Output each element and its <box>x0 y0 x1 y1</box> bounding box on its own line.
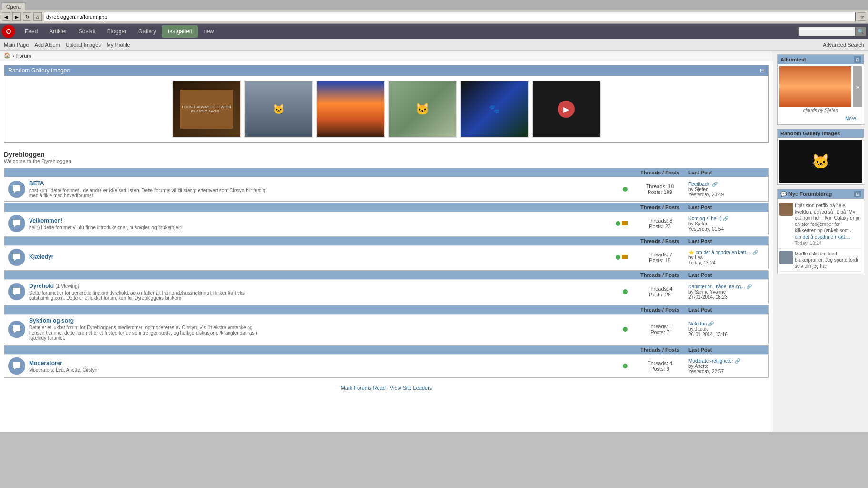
forum-lastpost-velkommen: Kom og si hei :) 🔗 by Sjefen Yesterday, … <box>688 216 765 232</box>
posts-count-beta: Posts: 189 <box>631 189 688 195</box>
sidebar-next-button[interactable]: » <box>853 66 862 107</box>
forum-stats-dyrehold: Threads: 4 Posts: 26 <box>631 286 688 297</box>
sidebar-more-link[interactable]: More... <box>845 116 860 121</box>
forum-name-moderatorer[interactable]: Moderatorer <box>29 360 62 366</box>
opera-logo: O <box>2 25 15 38</box>
sidebar-albumtest-caption: clouds by Sjefen <box>779 107 862 114</box>
new-post-item-1: I går stod netflix på hele kvelden, og j… <box>779 201 862 249</box>
last-post-icon-kjaledyr: ⭐ <box>688 250 694 255</box>
bookmark-button[interactable]: ☆ <box>858 12 866 21</box>
gallery-thumb-5[interactable]: 🐾 <box>460 81 529 138</box>
main-content: 🏠 › Forum Random Gallery Images ⊟ I DON'… <box>0 51 773 432</box>
sub-nav-main-page[interactable]: Main Page <box>4 42 29 48</box>
forward-button[interactable]: ▶ <box>12 12 21 21</box>
breadcrumb-separator: › <box>12 53 14 59</box>
search-input[interactable] <box>798 27 856 36</box>
nav-blogger[interactable]: Blogger <box>101 25 132 38</box>
forum-section-moderatorer: Threads / Posts Last Post Moderatorer Mo… <box>4 345 769 378</box>
forum-stats-sykdom: Threads: 1 Posts: 7 <box>631 324 688 335</box>
last-post-header5: Last Post <box>688 307 765 313</box>
nav-sosialt[interactable]: Sosialt <box>73 25 101 38</box>
forum-name-beta[interactable]: BETA <box>29 180 44 187</box>
forum-row-sykdom: Sykdom og sorg Dette er et lukket forum … <box>4 314 768 344</box>
last-post-time-kjaledyr: Today, 13:24 <box>688 260 716 265</box>
gallery-thumb-2[interactable]: 🐱 <box>244 81 313 138</box>
nav-gallery[interactable]: Gallery <box>132 25 162 38</box>
forum-lastpost-sykdom: Nefertan 🔗 by Jaquie 26-01-2014, 13:16 <box>688 321 765 337</box>
forum-row-dyrehold: Dyrehold (1 Viewing) Dette forumet er fo… <box>4 279 768 304</box>
last-post-title-moderatorer[interactable]: Moderator-rettigheter <box>688 358 733 364</box>
address-bar[interactable] <box>44 12 856 21</box>
threads-posts-header4: Threads / Posts <box>631 272 688 278</box>
status-envelope-kjaledyr <box>622 255 628 259</box>
forum-icon-sykdom <box>8 321 25 338</box>
view-site-leaders-link[interactable]: View Site Leaders <box>390 385 432 391</box>
gallery-thumb-4[interactable]: 🐱 <box>388 81 457 138</box>
forum-icon-velkommen <box>8 215 25 232</box>
forum-name-kjaledyr[interactable]: Kjæledyr <box>29 254 53 260</box>
forum-status-kjaledyr <box>616 255 628 260</box>
sidebar-albumtest-image[interactable] <box>779 66 851 107</box>
sidebar-nye-forumbidrag-header: 💬 Nye Forumbidrag ⊟ <box>778 189 864 199</box>
sidebar-albumtest-title: Albumtest <box>780 57 806 62</box>
reload-button[interactable]: ↻ <box>23 12 31 21</box>
forum-name-sykdom[interactable]: Sykdom og sorg <box>29 317 74 324</box>
sub-nav-add-album[interactable]: Add Album <box>35 42 60 48</box>
last-post-by-sykdom: by Jaquie <box>688 326 709 332</box>
status-dot-kjaledyr <box>616 255 620 260</box>
last-post-by-dyrehold: by Sanne Yvonne <box>688 289 726 295</box>
sub-nav-upload-images[interactable]: Upload Images <box>66 42 101 48</box>
last-post-title-beta[interactable]: Feedback! <box>688 182 711 187</box>
forum-section-dyrehold: Threads / Posts Last Post Dyrehold (1 Vi… <box>4 270 769 304</box>
last-post-by-velkommen: by Sjefen <box>688 221 708 226</box>
last-post-by-beta: by Sjefen <box>688 187 708 192</box>
advanced-search-link[interactable]: Advanced Search <box>823 42 864 48</box>
forum-info-beta: BETA post kun i dette forumet - de andre… <box>29 180 619 198</box>
mark-forums-read-link[interactable]: Mark Forums Read <box>341 385 386 391</box>
nav-artikler[interactable]: Artikler <box>43 25 72 38</box>
nav-testgalleri[interactable]: testgalleri <box>162 25 198 38</box>
status-dot-moderatorer <box>623 364 628 368</box>
browser-tab[interactable]: Opera <box>2 2 25 10</box>
sidebar-nye-forumbidrag-title: 💬 Nye Forumbidrag <box>780 191 832 197</box>
home-button[interactable]: ⌂ <box>33 12 42 21</box>
forum-section-header-velkommen: Threads / Posts Last Post <box>4 203 768 212</box>
posts-count-kjaledyr: Posts: 18 <box>631 257 688 263</box>
threads-posts-header6: Threads / Posts <box>631 347 688 353</box>
back-button[interactable]: ◀ <box>2 12 10 21</box>
forum-icon-moderatorer <box>8 357 25 375</box>
gallery-thumb-1[interactable]: I DON'T ALWAYS CHEW ON PLASTIC BAGS... <box>172 81 241 138</box>
sub-nav-my-profile[interactable]: My Profile <box>107 42 130 48</box>
home-icon[interactable]: 🏠 <box>4 52 10 59</box>
forum-name-velkommen[interactable]: Velkommen! <box>29 217 63 224</box>
forum-icon-kjaledyr <box>8 249 25 266</box>
forum-name-dyrehold[interactable]: Dyrehold (1 Viewing) <box>29 283 79 289</box>
posts-count-dyrehold: Posts: 26 <box>631 292 688 297</box>
sidebar-random-gallery-image[interactable]: 🐱 <box>779 140 862 183</box>
sidebar-nye-collapse[interactable]: ⊟ <box>854 191 861 197</box>
forum-info-dyrehold: Dyrehold (1 Viewing) Dette forumet er fo… <box>29 283 619 301</box>
new-post-link-1[interactable]: om det å oppdra en katt.... <box>795 234 862 240</box>
nav-new[interactable]: new <box>198 25 219 38</box>
forum-status-beta <box>623 187 628 192</box>
status-dot-beta <box>623 187 628 192</box>
nav-feed[interactable]: Feed <box>19 25 43 38</box>
sidebar-albumtest-collapse[interactable]: ⊟ <box>854 56 861 63</box>
gallery-thumb-3[interactable] <box>316 81 385 138</box>
gallery-collapse-icon[interactable]: ⊟ <box>760 67 765 74</box>
last-post-title-dyrehold[interactable]: Kaninterior - både ute og... <box>688 284 745 289</box>
last-post-header2: Last Post <box>688 204 765 210</box>
last-post-title-sykdom[interactable]: Nefertan <box>688 321 707 326</box>
threads-posts-header: Threads / Posts <box>631 170 688 175</box>
last-post-title-kjaledyr[interactable]: om det å oppdra en katt.... <box>696 250 751 255</box>
search-button[interactable]: 🔍 <box>856 27 866 36</box>
forum-info-sykdom: Sykdom og sorg Dette er et lukket forum … <box>29 317 619 341</box>
main-wrapper: 🏠 › Forum Random Gallery Images ⊟ I DON'… <box>0 51 868 432</box>
forum-lastpost-beta: Feedback! 🔗 by Sjefen Yesterday, 23:49 <box>688 182 765 197</box>
forum-lastpost-dyrehold: Kaninterior - både ute og... 🔗 by Sanne … <box>688 284 765 300</box>
gallery-thumb-6[interactable]: ▶ <box>532 81 601 138</box>
last-post-title-velkommen[interactable]: Kom og si hei :) <box>688 216 721 221</box>
forum-desc-velkommen: hei :) I dette forumet vil du finne intr… <box>29 225 267 230</box>
status-dot-velkommen <box>616 221 620 226</box>
status-envelope-velkommen <box>622 221 628 225</box>
